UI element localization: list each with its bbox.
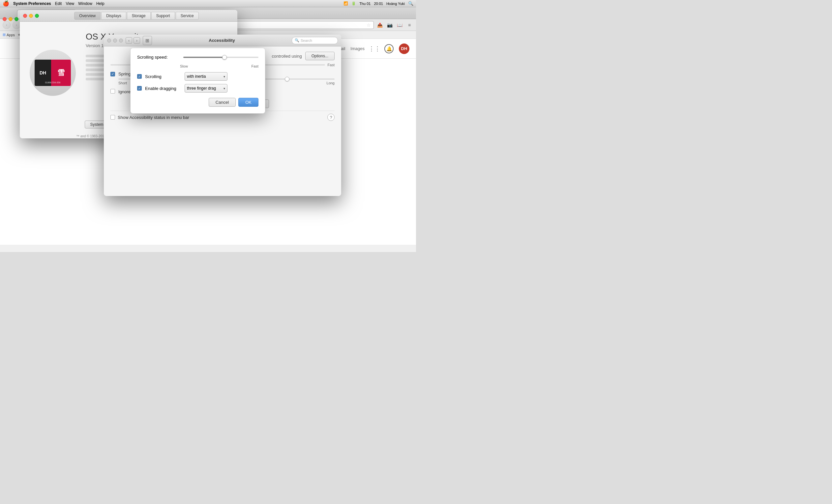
menu-edit[interactable]: Edit [55,1,62,6]
about-close-button[interactable] [23,14,27,18]
menu-user: Hoàng Yuki [386,2,405,6]
menu-system-preferences[interactable]: System Preferences [13,1,51,6]
about-tabs: Overview Displays Storage Support Servic… [74,12,199,20]
dragging-select[interactable]: three finger drag ▾ [185,84,228,92]
options-button[interactable]: Options... [305,52,335,60]
bookmark-star-icon[interactable]: ☆ [367,22,371,28]
access-grid-button[interactable]: ⊞ [143,36,152,45]
dialog-speed-labels: Slow Fast [137,64,258,68]
scrolling-dialog: Scrolling speed: Slow Fast ✓ Scrolling w… [130,48,265,114]
about-traffic-lights [23,14,39,18]
scrolling-select[interactable]: with inertia ▾ [185,72,228,81]
ok-button[interactable]: OK [238,98,258,107]
short-label: Short [118,81,127,85]
access-minimize[interactable] [113,38,117,43]
long-label: Long [327,81,335,85]
scrolling-checkbox-row: ✓ Scrolling with inertia ▾ [137,72,258,81]
close-button[interactable] [3,17,7,21]
show-status-checkbox[interactable] [110,115,115,119]
search-placeholder: Search [301,38,312,43]
help-button[interactable]: ? [327,114,335,121]
access-forward-button[interactable]: › [133,37,140,44]
bookmarks-apps[interactable]: ⊞ Apps [3,33,15,37]
menu-window[interactable]: Window [78,1,92,6]
tab-storage[interactable]: Storage [127,12,151,20]
spring-loading-slider-thumb[interactable] [285,77,289,81]
tab-service[interactable]: Service [176,12,199,20]
forward-button[interactable]: › [12,21,21,29]
about-icon-area: DH 雪 01668.554.658 [26,28,79,117]
scrolling-checkbox[interactable]: ✓ [137,74,142,79]
scrolling-speed-slider[interactable] [183,57,258,58]
google-apps-icon: ⋮⋮ [368,45,381,52]
hamburger-icon: ≡ [408,22,411,28]
google-notifications-button[interactable]: 🔔 [384,44,394,53]
dragging-checkbox[interactable]: ✓ [137,86,142,91]
about-minimize-button[interactable] [29,14,33,18]
access-nav: ‹ › [126,37,140,44]
scrolling-speed-thumb[interactable] [222,55,227,60]
ignore-trackpad-checkbox[interactable] [110,89,115,93]
menu-view[interactable]: View [66,1,74,6]
fast-label: Fast [252,64,258,68]
tab-support[interactable]: Support [151,12,175,20]
mac-icon: DH 雪 01668.554.658 [30,50,76,96]
share-icon: 📤 [377,22,383,28]
menu-bar: 🍎 System Preferences Edit View Window He… [0,0,416,7]
about-titlebar: Overview Displays Storage Support Servic… [20,10,237,22]
menu-wifi-icon: 📶 [343,1,348,6]
share-button[interactable]: 📤 [376,21,384,29]
camera-button[interactable]: 📷 [386,21,394,29]
spring-loading-checkbox[interactable]: ✓ [110,72,115,77]
bookmarks-button[interactable]: 📖 [395,21,404,29]
bookmarks-icon: 📖 [397,22,402,28]
menu-battery-icon: 🔋 [352,1,356,6]
bookmarks-apps-label: Apps [7,33,15,37]
dragging-value-text: three finger drag [187,86,216,91]
scrolling-speed-label: Scrolling speed: [137,55,180,60]
traffic-lights [3,17,19,21]
slow-label: Slow [180,64,188,68]
search-icon: 🔍 [295,38,299,43]
help-icon: ? [330,115,332,120]
access-close[interactable] [107,38,111,43]
menu-right-items: 📶 🔋 Thu 01 20:01 Hoàng Yuki 🔍 [343,1,413,6]
dialog-buttons: Cancel OK [137,98,258,107]
access-window-title: Accessibility [155,38,289,43]
minimize-button[interactable] [8,17,12,21]
scrolling-select-arrow: ▾ [224,75,225,78]
dragging-checkbox-row: ✓ Enable dragging three finger drag ▾ [137,84,258,92]
google-avatar[interactable]: DH [399,44,409,54]
camera-icon: 📷 [387,22,393,28]
menu-spotlight-icon[interactable]: 🔍 [408,1,413,6]
google-apps-button[interactable]: ⋮⋮ [370,44,379,53]
dragging-text-label: Enable dragging [145,86,181,91]
bell-icon: 🔔 [386,46,392,51]
tab-overview[interactable]: Overview [74,12,101,20]
avatar-initials: DH [401,46,408,51]
access-titlebar: ‹ › ⊞ Accessibility 🔍 Search [104,35,341,47]
maximize-button[interactable] [15,17,19,21]
fast-label-2: Fast [328,63,335,67]
back-icon: ‹ [6,23,7,27]
scrolling-text-label: Scrolling [145,74,181,79]
dragging-select-arrow: ▾ [224,87,225,90]
about-maximize-button[interactable] [35,14,39,18]
back-button[interactable]: ‹ [3,21,10,29]
access-search-input[interactable]: 🔍 Search [292,37,338,44]
access-traffic-lights [107,38,123,43]
menu-button[interactable]: ≡ [406,21,413,29]
scrolling-value-text: with inertia [187,74,206,79]
forward-icon: › [16,23,17,27]
cancel-button[interactable]: Cancel [209,98,236,107]
menu-help[interactable]: Help [96,1,104,6]
images-link[interactable]: Images [350,46,365,51]
access-back-button[interactable]: ‹ [126,37,132,44]
access-maximize[interactable] [119,38,123,43]
controlled-using-text: controlled using [272,54,302,59]
apple-menu[interactable]: 🍎 [3,0,9,7]
apps-grid-icon: ⊞ [3,33,6,37]
dialog-speed-row: Scrolling speed: [137,55,258,60]
tab-displays[interactable]: Displays [101,12,126,20]
show-status-label: Show Accessibility status in menu bar [118,115,189,120]
